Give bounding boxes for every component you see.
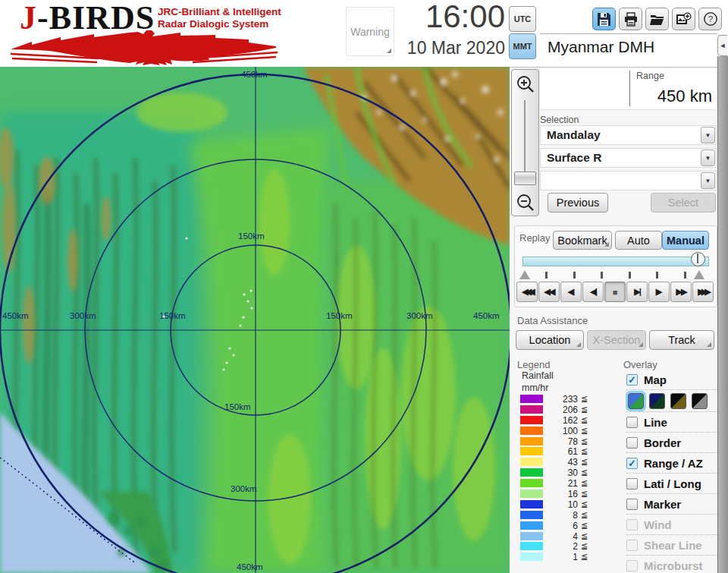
legend-color-swatch [520,500,543,508]
print-button[interactable] [619,8,642,30]
open-folder-button[interactable] [645,8,669,30]
help-button[interactable]: ? [698,8,722,30]
legend-value: 233 [544,394,578,405]
track-button[interactable]: Track [649,330,714,350]
range-divider [629,71,630,106]
site-dropdown-arrow-icon[interactable]: ▼ [701,127,715,143]
replay-slider-thumb[interactable] [691,252,705,266]
zoom-in-button[interactable] [513,71,538,97]
overlay-label: Wind [644,518,672,531]
overlay-item-shear-line[interactable]: Shear Line [626,535,719,556]
slider-start-marker[interactable] [519,270,530,279]
panel-collapse-button[interactable]: ◄ [717,35,727,56]
map-style-swatch-2[interactable] [649,393,665,409]
play-forward-button[interactable]: ▶ [648,282,670,302]
range-ring-label: 150km [224,402,251,411]
overlay-checkbox[interactable] [626,417,638,428]
legend-lte-symbol: ≦ [581,521,588,530]
overlay-item-microburst[interactable]: Microburst [626,556,719,573]
range-ring-label: 450km [237,562,263,571]
slider-tick [601,272,603,279]
fastest-forward-button[interactable]: ▶▶▶ [692,282,714,302]
radar-map[interactable]: 450km300km150km150km300km450km450km150km… [0,67,510,573]
map-style-swatch-1[interactable] [628,393,644,409]
overlay-item-lati-long[interactable]: Lati / Long [626,474,719,494]
slider-tick [629,272,631,279]
slider-end-marker[interactable] [694,270,704,279]
manual-button[interactable]: Manual [662,231,709,250]
map-style-swatch-3[interactable] [670,393,686,409]
previous-button[interactable]: Previous [548,193,608,213]
legend-color-swatch [520,427,543,435]
auto-button[interactable]: Auto [615,231,662,250]
print-icon [623,12,639,27]
open-folder-icon [650,12,665,26]
legend-value: 10 [544,499,578,510]
logo-subtitle-line2: Radar Dialogic System [158,18,281,30]
utc-button[interactable]: UTC [509,6,536,32]
button-label: Location [529,334,571,346]
map-style-swatch-4[interactable] [692,393,708,409]
overlay-checkbox[interactable]: ✓ [626,374,638,386]
overlay-checkbox[interactable] [626,437,638,449]
mmt-label: MMT [513,42,532,51]
clock-date: 10 Mar 2020 [378,38,505,58]
button-label: X-Section [593,334,641,346]
legend-color-swatch [520,468,543,477]
replay-slider-track[interactable] [522,257,709,266]
location-button[interactable]: Location [516,330,584,350]
range-rings-layer: 450km300km150km150km300km450km450km150km… [0,67,510,573]
fast-forward-button[interactable]: ▶▶ [670,282,692,302]
x-section-button[interactable]: X-Section [587,330,646,350]
stop-button[interactable]: ■ [604,282,626,302]
site-dropdown[interactable]: Mandalay ▼ [540,125,717,145]
jbirds-logo: J-BIRDS JRC-Brilliant & Intelligent Rada… [6,2,279,65]
zoom-slider-thumb[interactable] [514,172,536,185]
range-ring-labels: 450km300km150km150km300km450km450km150km… [2,70,500,571]
header-divider [540,33,717,34]
step-backward-button[interactable]: ◀| [582,282,604,302]
overlay-item-wind[interactable]: Wind [626,515,719,535]
overlay-checkbox[interactable]: ✓ [626,458,638,469]
legend-value: 30 [544,468,578,478]
legend-color-swatch [520,395,543,403]
overlay-checkbox[interactable] [626,478,638,490]
product-dropdown[interactable]: Surface R ▼ [540,148,717,168]
overlay-checkbox[interactable] [626,519,638,530]
save-button[interactable] [592,8,616,30]
fast-rewind-button[interactable]: ◀◀ [538,282,560,302]
control-panel: Range 450 km Selection Mandalay ▼ Surfac… [510,67,717,573]
legend-lte-symbol: ≦ [581,394,588,404]
product-dropdown-arrow-icon[interactable]: ▼ [701,150,715,166]
previous-button-label: Previous [557,197,599,209]
play-backward-button[interactable]: ◀ [560,282,582,302]
overlay-item-map[interactable]: ✓Map [626,370,719,390]
legend-value: 1 [544,552,578,562]
legend-color-swatch [520,479,543,487]
overlay-item-range-az[interactable]: ✓Range / AZ [626,453,719,474]
step-forward-button[interactable]: ▶| [626,282,648,302]
overlay-checkbox[interactable] [626,540,638,551]
legend-row: 6≦ [517,521,616,531]
legend-row: 206≦ [517,405,616,415]
option-dropdown[interactable]: ▼ [540,171,717,190]
add-image-button[interactable] [672,8,695,30]
fastest-rewind-button[interactable]: ◀◀◀ [516,282,538,302]
overlay-item-marker[interactable]: Marker [626,494,719,515]
select-button[interactable]: Select [651,193,716,213]
help-icon: ? [703,11,718,27]
overlay-item-line[interactable]: Line [626,412,719,433]
zoom-out-button[interactable] [513,189,538,216]
bookmark-button[interactable]: Bookmark [553,231,612,250]
panel-scrollbar[interactable] [717,56,728,573]
mmt-button[interactable]: MMT [509,33,536,59]
zoom-slider-track[interactable] [524,100,526,172]
overlay-item-border[interactable]: Border [626,433,719,453]
select-button-label: Select [668,197,698,209]
legend-row: 162≦ [517,415,616,426]
overlay-checkbox[interactable] [626,499,638,510]
legend-lte-symbol: ≦ [581,552,588,562]
option-dropdown-arrow-icon[interactable]: ▼ [701,172,715,189]
auto-button-label: Auto [627,235,650,247]
overlay-checkbox[interactable] [626,560,638,571]
